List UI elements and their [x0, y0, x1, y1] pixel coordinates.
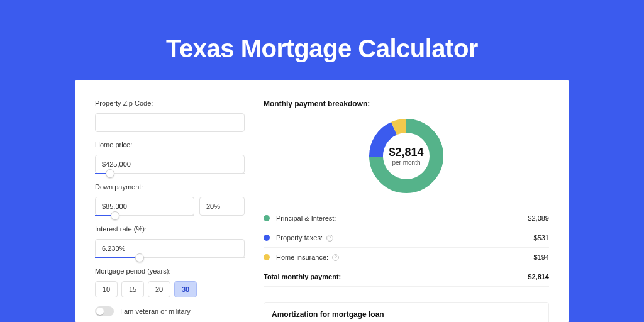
amort-title: Amortization for mortgage loan [272, 310, 541, 319]
donut-sub: per month [392, 159, 420, 166]
price-slider[interactable] [95, 173, 245, 174]
down-pct-input[interactable] [199, 197, 245, 216]
zip-field-group: Property Zip Code: [95, 99, 245, 132]
donut-chart-wrap: $2,814 per month [264, 116, 549, 196]
legend-label-taxes: Property taxes: ? [276, 234, 534, 242]
breakdown-title: Monthly payment breakdown: [264, 99, 549, 108]
veteran-toggle[interactable] [95, 306, 114, 316]
rate-field-group: Interest rate (%): [95, 225, 245, 258]
calculator-panel: Property Zip Code: Home price: Down paym… [75, 80, 569, 322]
veteran-toggle-knob [96, 308, 104, 315]
legend-total-label: Total monthly payment: [264, 273, 528, 280]
donut-center: $2,814 per month [366, 116, 447, 196]
swatch-principal [264, 215, 270, 221]
down-slider-thumb[interactable] [111, 211, 119, 220]
info-icon[interactable]: ? [332, 254, 339, 261]
zip-input[interactable] [95, 113, 245, 132]
zip-label: Property Zip Code: [95, 99, 245, 107]
period-field-group: Mortgage period (years): 10 15 20 30 [95, 267, 245, 297]
period-label: Mortgage period (years): [95, 267, 245, 275]
rate-slider-thumb[interactable] [135, 253, 144, 262]
page-title: Texas Mortgage Calculator [166, 35, 478, 63]
down-label: Down payment: [95, 183, 245, 191]
legend-row-principal: Principal & Interest: $2,089 [264, 209, 549, 228]
swatch-taxes [264, 235, 270, 241]
legend-val-insurance: $194 [534, 253, 549, 261]
donut-chart: $2,814 per month [366, 116, 447, 196]
legend-row-insurance: Home insurance: ? $194 [264, 248, 549, 267]
period-options: 10 15 20 30 [95, 281, 245, 297]
legend-row-taxes: Property taxes: ? $531 [264, 228, 549, 248]
period-btn-20[interactable]: 20 [148, 281, 170, 297]
breakdown-column: Monthly payment breakdown: $2,814 per mo… [264, 99, 549, 322]
price-label: Home price: [95, 141, 245, 148]
legend-label-insurance-text: Home insurance: [276, 253, 328, 261]
veteran-row: I am veteran or military [95, 306, 245, 316]
legend-val-taxes: $531 [534, 234, 549, 242]
inputs-column: Property Zip Code: Home price: Down paym… [95, 99, 245, 322]
period-btn-10[interactable]: 10 [95, 281, 118, 297]
down-slider[interactable] [95, 215, 194, 216]
legend-label-insurance: Home insurance: ? [276, 253, 534, 261]
rate-input[interactable] [95, 239, 245, 258]
legend-label-principal: Principal & Interest: [276, 214, 528, 222]
legend-val-principal: $2,089 [528, 214, 549, 222]
down-field-group: Down payment: [95, 183, 245, 216]
price-slider-thumb[interactable] [106, 169, 114, 178]
price-field-group: Home price: [95, 141, 245, 174]
info-icon[interactable]: ? [326, 235, 333, 242]
veteran-label: I am veteran or military [120, 308, 191, 315]
period-btn-15[interactable]: 15 [121, 281, 144, 297]
amortization-card: Amortization for mortgage loan Amortizat… [264, 302, 549, 322]
period-btn-30[interactable]: 30 [174, 281, 197, 297]
rate-label: Interest rate (%): [95, 225, 245, 233]
swatch-insurance [264, 254, 270, 260]
donut-amount: $2,814 [389, 146, 423, 159]
down-amount-input[interactable] [95, 197, 194, 216]
legend-total-val: $2,814 [528, 273, 549, 280]
legend-label-taxes-text: Property taxes: [276, 234, 323, 242]
legend-row-total: Total monthly payment: $2,814 [264, 267, 549, 287]
price-input[interactable] [95, 155, 245, 174]
rate-slider[interactable] [95, 257, 245, 258]
